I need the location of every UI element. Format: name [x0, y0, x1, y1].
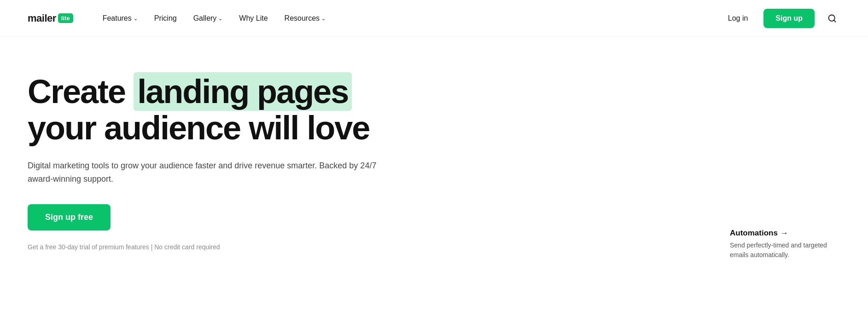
main-content: Create landing pages your audience will …: [0, 37, 868, 278]
svg-line-1: [834, 20, 836, 22]
login-button[interactable]: Log in: [722, 11, 755, 26]
search-icon: [827, 14, 837, 23]
automations-title[interactable]: Automations →: [730, 229, 831, 238]
nav-item-why-lite: Why Lite: [233, 11, 274, 26]
navbar-right: Log in Sign up: [722, 9, 840, 28]
signup-button[interactable]: Sign up: [763, 9, 815, 28]
nav-link-pricing[interactable]: Pricing: [148, 11, 183, 26]
hero-title: Create landing pages your audience will …: [28, 74, 419, 146]
logo-text: mailer: [28, 12, 56, 24]
hero-section: Create landing pages your audience will …: [28, 74, 419, 251]
hero-footnote: Get a free 30-day trial of premium featu…: [28, 243, 419, 251]
logo-link[interactable]: mailer lite: [28, 12, 73, 24]
nav-link-why-lite[interactable]: Why Lite: [233, 11, 274, 26]
arrow-icon: →: [781, 229, 788, 238]
signup-free-button[interactable]: Sign up free: [28, 204, 111, 230]
nav-item-features: Features ⌄: [96, 11, 144, 26]
nav-links: Features ⌄ Pricing Gallery ⌄ Why Lite: [96, 11, 332, 26]
chevron-down-icon: ⌄: [321, 16, 326, 22]
chevron-down-icon: ⌄: [218, 16, 222, 22]
nav-item-gallery: Gallery ⌄: [187, 11, 229, 26]
automations-description: Send perfectly-timed and targeted emails…: [730, 241, 831, 260]
logo-badge: lite: [58, 13, 73, 23]
nav-item-resources: Resources ⌄: [278, 11, 332, 26]
hero-subtitle: Digital marketing tools to grow your aud…: [28, 159, 378, 186]
hero-cta-group: Sign up free Get a free 30-day trial of …: [28, 204, 419, 251]
automations-callout: Automations → Send perfectly-timed and t…: [730, 229, 831, 260]
navbar: mailer lite Features ⌄ Pricing Gallery ⌄: [0, 0, 868, 37]
hero-title-prefix: Create: [28, 73, 125, 110]
hero-title-suffix: your audience will love: [28, 109, 369, 146]
chevron-down-icon: ⌄: [134, 16, 138, 22]
search-button[interactable]: [824, 10, 840, 27]
navbar-left: mailer lite Features ⌄ Pricing Gallery ⌄: [28, 11, 332, 26]
nav-link-features[interactable]: Features ⌄: [96, 11, 144, 26]
nav-item-pricing: Pricing: [148, 11, 183, 26]
nav-link-resources[interactable]: Resources ⌄: [278, 11, 332, 26]
nav-link-gallery[interactable]: Gallery ⌄: [187, 11, 229, 26]
hero-title-highlight: landing pages: [134, 72, 352, 111]
